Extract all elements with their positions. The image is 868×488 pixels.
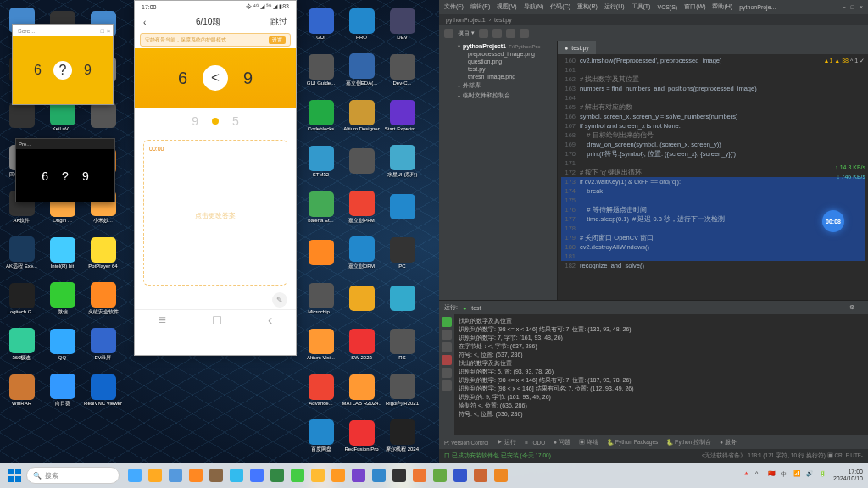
toolbar-icon[interactable] bbox=[506, 29, 515, 38]
tree-project-root[interactable]: pythonProject1 F:\PythonPro bbox=[458, 42, 554, 50]
console-output[interactable]: 找到的数字及其位置：识别到的数字: [98 <= x < 146] 结果有可: … bbox=[454, 314, 868, 435]
tool-window-tab[interactable]: ≡ TODO bbox=[525, 440, 545, 446]
system-tray[interactable]: 🔺^🇨🇳中📶🔊🔋 17:00 2024/10/10 bbox=[743, 469, 863, 482]
taskbar-clock[interactable]: 17:00 2024/10/10 bbox=[833, 469, 863, 482]
desktop-icon[interactable]: EV录屏 bbox=[83, 322, 123, 367]
taskbar-app[interactable] bbox=[207, 466, 225, 485]
console-sidebar[interactable] bbox=[439, 314, 454, 435]
minimize-icon[interactable]: − bbox=[95, 28, 98, 34]
taskbar-app[interactable] bbox=[288, 466, 307, 485]
tool-window-tab[interactable]: 🐍 Python 控制台 bbox=[666, 439, 711, 446]
desktop-icon[interactable]: Altium Visi... bbox=[301, 322, 341, 367]
desktop-icon[interactable] bbox=[342, 276, 381, 321]
tool-window-tab[interactable]: ▶ 运行 bbox=[497, 439, 516, 446]
desktop-icon[interactable]: QQ bbox=[42, 322, 82, 367]
ide-statusbar[interactable]: 口 已成功安装软件包 已安装 (今天 17:00) «无法获得省备》 118:1… bbox=[439, 449, 868, 463]
editor-tabs[interactable]: ● test.py bbox=[558, 41, 868, 54]
scroll-icon[interactable] bbox=[442, 368, 452, 378]
desktop-icon[interactable]: STM32 bbox=[301, 139, 341, 184]
desktop-icon[interactable]: RealVNC Viewer bbox=[83, 368, 123, 413]
toolbar-icon[interactable] bbox=[520, 29, 529, 38]
maximize-icon[interactable]: □ bbox=[101, 28, 104, 34]
taskbar-app[interactable] bbox=[309, 466, 327, 485]
close-icon[interactable]: × bbox=[107, 28, 110, 34]
status-position[interactable]: «无法获得省备》 118:1 (171 字符, 10 行 换行符) ▣ CRLF… bbox=[702, 452, 863, 460]
menu-item[interactable]: 帮助(H) bbox=[712, 3, 732, 11]
editor-pane[interactable]: ● test.py ▲1 ▲ 38 ^ 1 ✓ ↑ 14.3 KB/s ↓ 74… bbox=[558, 41, 868, 300]
desktop-icon[interactable]: 嘉立创EDA(... bbox=[342, 47, 381, 92]
desktop-icon[interactable] bbox=[342, 139, 381, 184]
desktop-icon[interactable] bbox=[382, 185, 422, 230]
banner-settings-button[interactable]: 设置 bbox=[269, 36, 286, 44]
desktop-icon[interactable]: 摩尔线程 2024 bbox=[382, 413, 422, 458]
taskbar-app[interactable] bbox=[166, 466, 185, 485]
desktop-icon[interactable]: 向日葵 bbox=[42, 368, 82, 413]
desktop-icon[interactable]: SW 2023 bbox=[342, 322, 381, 367]
tray-icon[interactable]: 🔋 bbox=[819, 470, 829, 480]
menu-item[interactable]: 重构(R) bbox=[577, 3, 598, 11]
taskbar-app[interactable] bbox=[186, 466, 205, 485]
desktop-icon[interactable]: PotPlayer 64 bbox=[83, 230, 123, 275]
tray-icon[interactable]: ^ bbox=[755, 470, 765, 480]
menu-item[interactable]: 工具(T) bbox=[632, 3, 651, 11]
menu-item[interactable]: 运行(U) bbox=[604, 3, 625, 11]
desktop-icon[interactable]: RedFusion Pro bbox=[342, 413, 381, 458]
window-button[interactable]: − bbox=[843, 4, 846, 10]
desktop-icon[interactable]: Intel(R) bit bbox=[42, 230, 82, 275]
desktop-icon[interactable]: 360极速 bbox=[2, 322, 42, 367]
gear-icon[interactable]: ⚙ bbox=[849, 304, 854, 311]
desktop-icon[interactable]: GUI bbox=[301, 2, 341, 47]
project-tree[interactable]: pythonProject1 F:\PythonPro preprocessed… bbox=[454, 41, 558, 300]
tree-file[interactable]: question.png bbox=[458, 58, 554, 65]
taskbar-app[interactable] bbox=[431, 466, 449, 485]
taskbar-app[interactable] bbox=[492, 466, 510, 485]
desktop-icon[interactable]: WinRAR bbox=[2, 368, 42, 413]
menu-item[interactable]: 代码(C) bbox=[550, 3, 570, 11]
desktop-icon[interactable]: Codeblocks bbox=[301, 93, 341, 138]
windows-taskbar[interactable]: 🔍 搜索 🔺^🇨🇳中📶🔊🔋 17:00 2024/10/10 bbox=[0, 463, 868, 488]
desktop-icon[interactable]: Dev-C... bbox=[382, 47, 422, 92]
tool-window-tab[interactable]: 🐍 Python Packages bbox=[607, 439, 658, 446]
start-button[interactable] bbox=[5, 466, 24, 485]
desktop-icon[interactable] bbox=[301, 230, 341, 275]
window-button[interactable]: □ bbox=[851, 4, 854, 10]
desktop-icon[interactable]: 水星UI-(系列) bbox=[382, 139, 422, 184]
taskbar-app[interactable] bbox=[268, 466, 287, 485]
tree-file[interactable]: preprocessed_image.png bbox=[458, 50, 554, 58]
menu-icon[interactable]: ≡ bbox=[159, 313, 166, 328]
tray-icon[interactable]: 中 bbox=[781, 470, 791, 480]
tray-icon[interactable]: 🔊 bbox=[806, 470, 816, 480]
tool-window-tab[interactable]: ▣ 终端 bbox=[579, 439, 598, 446]
menu-item[interactable]: 导航(N) bbox=[524, 3, 544, 11]
desktop-icon[interactable]: Rigol与 R2021 bbox=[382, 368, 422, 413]
skip-button[interactable]: 跳过 bbox=[270, 16, 287, 28]
ide-breadcrumb[interactable]: pythonProject1 › test.py bbox=[439, 14, 868, 25]
tool-window-tab[interactable]: ● 问题 bbox=[554, 439, 570, 446]
run-icon[interactable] bbox=[442, 317, 452, 327]
back-icon[interactable]: ‹ bbox=[143, 18, 146, 27]
taskbar-app[interactable] bbox=[349, 466, 368, 485]
desktop-icon[interactable] bbox=[382, 276, 422, 321]
filter-icon[interactable] bbox=[442, 342, 452, 352]
console-tabs[interactable]: 运行: ● test ⚙ − bbox=[439, 301, 868, 314]
desktop-icon[interactable]: 微信 bbox=[42, 276, 82, 321]
taskbar-app[interactable] bbox=[146, 466, 164, 485]
home-icon[interactable]: □ bbox=[213, 313, 221, 328]
run-console[interactable]: 运行: ● test ⚙ − 找到的数字及其位置：识别到的数字: [98 <= … bbox=[439, 300, 868, 435]
menu-item[interactable]: 视图(V) bbox=[497, 3, 516, 11]
desktop-icon[interactable]: Altium Designer bbox=[342, 93, 381, 138]
taskbar-app[interactable] bbox=[451, 466, 470, 485]
recording-timer[interactable]: 00:08 bbox=[822, 210, 844, 232]
taskbar-search[interactable]: 🔍 搜索 bbox=[26, 467, 120, 484]
stop-icon[interactable] bbox=[442, 330, 452, 340]
answer-area[interactable]: 00:00 点击更改答案 bbox=[143, 140, 287, 286]
window-button[interactable]: × bbox=[860, 4, 863, 10]
back-nav-icon[interactable]: ‹ bbox=[268, 313, 272, 328]
code-editor[interactable]: ▲1 ▲ 38 ^ 1 ✓ ↑ 14.3 KB/s ↓ 746 KB/s 00:… bbox=[558, 54, 868, 300]
screen-window[interactable]: Scre... − □ × 6 ? 9 bbox=[12, 24, 114, 105]
desktop-icon[interactable]: 嘉立创PFM bbox=[342, 185, 381, 230]
desktop-icon[interactable]: Start Experim... bbox=[382, 93, 422, 138]
tree-scratches[interactable]: 临时文件和控制台 bbox=[458, 91, 554, 101]
preview-window[interactable]: Pre... 6 ? 9 bbox=[15, 138, 115, 202]
desktop-icon[interactable]: MATLAB R2024... bbox=[342, 368, 381, 413]
